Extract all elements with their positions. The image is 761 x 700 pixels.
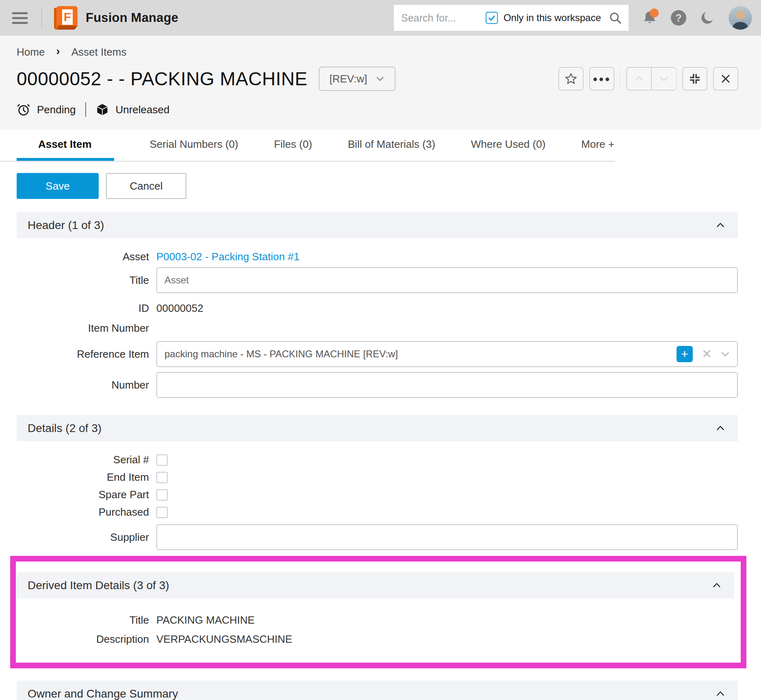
field-reference-item: Reference Item packing machine - MS - PA… — [17, 341, 738, 367]
release-state-badge: Unreleased — [115, 104, 169, 116]
actions-divider — [620, 67, 620, 90]
reference-item-value: packing machine - MS - PACKING MACHINE [… — [164, 348, 677, 360]
top-bar: F Fusion Manage Only in this workspace ? — [0, 0, 761, 36]
help-icon[interactable]: ? — [671, 10, 686, 26]
breadcrumb: Home › Asset Items — [17, 45, 738, 58]
search-input[interactable] — [401, 12, 486, 24]
supplier-input[interactable] — [156, 524, 738, 550]
status-divider — [85, 102, 86, 117]
notification-badge — [650, 9, 659, 17]
breadcrumb-home[interactable]: Home — [17, 46, 45, 58]
revision-label: [REV:w] — [329, 73, 367, 85]
asset-link[interactable]: P0003-02 - Packing Station #1 — [156, 251, 300, 263]
field-id: ID 00000052 — [17, 302, 738, 315]
section-title: Header (1 of 3) — [28, 219, 104, 232]
reference-item-picker[interactable]: packing machine - MS - PACKING MACHINE [… — [156, 341, 738, 367]
clear-icon[interactable]: ✕ — [702, 348, 712, 360]
field-asset: Asset P0003-02 - Packing Station #1 — [17, 251, 738, 263]
bookmark-button[interactable] — [558, 67, 584, 91]
field-derived-title: Title PACKING MACHINE — [17, 614, 734, 627]
revision-dropdown[interactable]: [REV:w] — [319, 67, 396, 91]
field-title: Title — [17, 267, 738, 293]
end-item-checkbox[interactable] — [156, 472, 168, 483]
unreleased-box-icon — [96, 103, 109, 116]
section-title: Derived Item Details (3 of 3) — [28, 579, 169, 592]
breadcrumb-chevron-icon: › — [56, 45, 60, 58]
cancel-button[interactable]: Cancel — [106, 173, 186, 199]
section-details-bar[interactable]: Details (2 of 3) — [17, 415, 738, 441]
record-header: Home › Asset Items 00000052 - - PACKING … — [0, 36, 761, 130]
spare-part-checkbox[interactable] — [156, 489, 168, 501]
derived-description-value: VERPACKUNGSMASCHINE — [156, 633, 292, 646]
section-header-bar[interactable]: Header (1 of 3) — [17, 212, 738, 238]
previous-record-button[interactable] — [626, 67, 651, 91]
status-row: Pending Unreleased — [17, 102, 738, 130]
field-derived-description: Description VERPACKUNGSMASCHINE — [17, 633, 734, 646]
field-supplier: Supplier — [17, 524, 738, 550]
field-item-number: Item Number — [17, 322, 738, 335]
pending-clock-icon — [17, 103, 30, 117]
fusion-manage-logo: F — [54, 6, 78, 30]
ellipsis-icon: ●●● — [592, 74, 611, 84]
checkmark-icon — [487, 13, 496, 22]
hamburger-menu-icon[interactable] — [12, 12, 28, 24]
tab-more[interactable]: More + — [581, 130, 614, 161]
collapse-chevron-icon[interactable] — [715, 423, 726, 434]
field-end-item: End Item — [17, 471, 738, 484]
tab-where-used[interactable]: Where Used (0) — [471, 130, 546, 161]
chevron-up-icon — [633, 73, 645, 84]
workspace-checkbox[interactable] — [486, 12, 498, 24]
notifications-bell-icon[interactable] — [642, 9, 658, 26]
field-serial: Serial # — [17, 454, 738, 466]
collapse-icon — [689, 73, 701, 85]
next-record-button[interactable] — [651, 67, 677, 91]
collapse-chevron-icon[interactable] — [711, 580, 722, 591]
id-value: 00000052 — [156, 302, 203, 315]
field-number: Number — [17, 372, 738, 398]
status-badge: Pending — [37, 104, 76, 116]
tab-files[interactable]: Files (0) — [274, 130, 312, 161]
user-avatar[interactable] — [729, 6, 752, 30]
app-title: Fusion Manage — [86, 11, 178, 25]
search-box: Only in this workspace — [394, 5, 629, 31]
collapse-chevron-icon[interactable] — [715, 689, 726, 699]
section-title: Details (2 of 3) — [28, 422, 102, 435]
close-button[interactable] — [713, 67, 738, 91]
tab-bill-of-materials[interactable]: Bill of Materials (3) — [348, 130, 435, 161]
field-spare-part: Spare Part — [17, 488, 738, 501]
highlight-annotation-box: Derived Item Details (3 of 3) Title PACK… — [10, 556, 746, 668]
title-input[interactable] — [156, 267, 738, 293]
page-title: 00000052 - - PACKING MACHINE — [17, 68, 307, 90]
more-actions-button[interactable]: ●●● — [589, 67, 614, 91]
add-reference-button[interactable]: + — [677, 346, 693, 362]
chevron-down-icon[interactable] — [720, 349, 731, 359]
save-button[interactable]: Save — [17, 173, 99, 199]
section-title: Owner and Change Summary — [28, 687, 178, 700]
close-icon — [720, 73, 731, 84]
workspace-checkbox-label: Only in this workspace — [504, 12, 601, 24]
number-input[interactable] — [156, 372, 738, 398]
serial-checkbox[interactable] — [156, 454, 168, 466]
section-derived-bar[interactable]: Derived Item Details (3 of 3) — [17, 572, 734, 598]
tab-bar: Asset Item Serial Numbers (0) Files (0) … — [0, 130, 615, 162]
dark-mode-moon-icon[interactable] — [699, 10, 716, 26]
purchased-checkbox[interactable] — [156, 507, 168, 518]
star-icon — [564, 72, 577, 85]
topbar-divider — [41, 6, 42, 30]
chevron-down-icon — [658, 73, 670, 84]
collapse-sections-button[interactable] — [682, 67, 707, 91]
search-icon[interactable] — [608, 11, 622, 25]
chevron-down-icon — [375, 74, 385, 84]
breadcrumb-asset-items[interactable]: Asset Items — [71, 46, 127, 58]
collapse-chevron-icon[interactable] — [715, 220, 726, 231]
tab-asset-item[interactable]: Asset Item — [17, 130, 114, 161]
field-purchased: Purchased — [17, 506, 738, 519]
section-owner-bar[interactable]: Owner and Change Summary — [17, 681, 738, 700]
derived-title-value: PACKING MACHINE — [156, 614, 255, 627]
plus-icon: + — [681, 348, 688, 360]
tab-serial-numbers[interactable]: Serial Numbers (0) — [149, 130, 238, 161]
